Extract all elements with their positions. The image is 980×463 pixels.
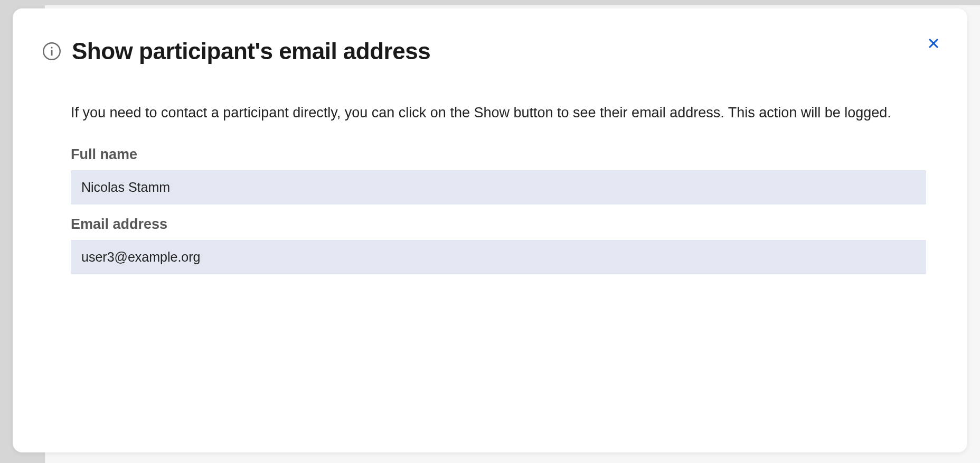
close-icon <box>927 37 940 50</box>
svg-point-1 <box>51 47 52 48</box>
info-icon <box>42 42 61 61</box>
email-address-label: Email address <box>71 216 926 233</box>
field-full-name: Full name Nicolas Stamm <box>71 146 926 205</box>
close-button[interactable] <box>925 35 942 52</box>
full-name-value: Nicolas Stamm <box>71 170 926 205</box>
email-address-value: user3@example.org <box>71 240 926 274</box>
participant-email-modal: Show participant's email address If you … <box>13 8 967 452</box>
field-email-address: Email address user3@example.org <box>71 216 926 274</box>
full-name-label: Full name <box>71 146 926 163</box>
modal-header: Show participant's email address <box>42 38 942 64</box>
modal-title: Show participant's email address <box>72 38 430 64</box>
modal-description: If you need to contact a participant dir… <box>71 103 926 123</box>
modal-body: If you need to contact a participant dir… <box>42 103 942 274</box>
